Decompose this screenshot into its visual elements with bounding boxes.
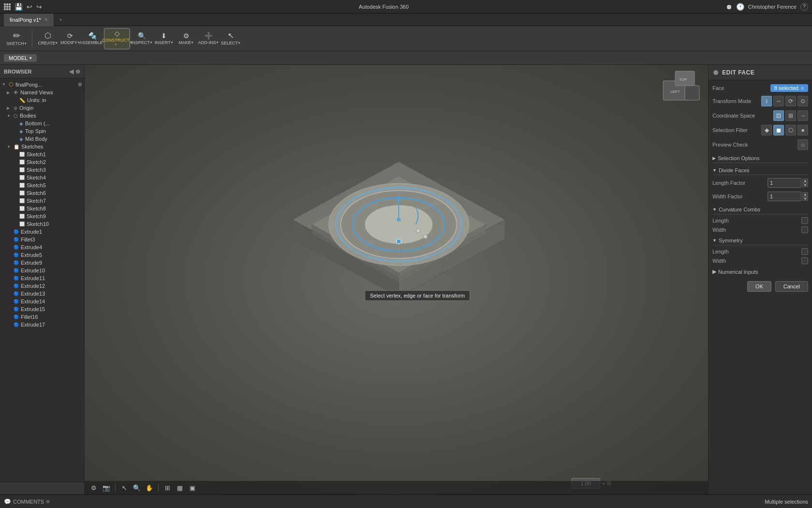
toolbar-make-label: MAKE▾ (179, 40, 194, 45)
sym-length-checkbox[interactable] (801, 248, 808, 255)
toolbar-create-btn[interactable]: ⬡ CREATE▾ (37, 28, 58, 49)
tree-item[interactable]: 🔵Extrude5 (0, 251, 84, 259)
viewport[interactable]: LEFT TOP Select vertex, edge or face for… (85, 65, 708, 494)
transform-mode-icon-4[interactable]: ⊙ (798, 96, 808, 106)
sel-filter-icon-1[interactable]: ◆ (761, 125, 772, 135)
comments-button[interactable]: 💬 COMMENTS ⊕ (4, 498, 50, 505)
curvature-combs-header[interactable]: ▼ Curvature Combs (712, 205, 808, 214)
length-factor-up[interactable]: ▲ (802, 179, 808, 183)
tree-item[interactable]: 🔵Extrude11 (0, 274, 84, 282)
tree-item[interactable]: ▼⬡finalPong...⚙ (0, 80, 84, 89)
sel-filter-icon-4[interactable]: ● (798, 125, 808, 135)
ok-button[interactable]: OK (747, 281, 771, 292)
length-factor-field[interactable] (768, 178, 801, 188)
tree-item[interactable]: 🔵Extrude14 (0, 298, 84, 305)
tree-item[interactable]: ⬜Sketch8 (0, 205, 84, 212)
face-clear-icon[interactable]: ✕ (800, 86, 804, 91)
vp-display1-icon[interactable]: ▦ (174, 482, 185, 493)
width-factor-field[interactable] (768, 192, 801, 201)
mode-model-btn[interactable]: MODEL ▾ (4, 54, 37, 62)
tab-close-icon[interactable]: ✕ (44, 17, 48, 22)
redo-icon[interactable]: ↪ (36, 3, 42, 11)
sel-filter-icon-2[interactable]: ◼ (773, 125, 784, 135)
length-factor-down[interactable]: ▼ (802, 183, 808, 187)
tree-item[interactable]: ⬜Sketch2 (0, 158, 84, 166)
record-icon[interactable]: ⏺ (725, 3, 732, 11)
tree-item[interactable]: ⬜Sketch10 (0, 220, 84, 228)
cancel-button[interactable]: Cancel (775, 281, 808, 292)
tree-item[interactable]: ⬜Sketch1 (0, 150, 84, 158)
sel-filter-icon-3[interactable]: ⬡ (785, 125, 796, 135)
toolbar-construct-btn[interactable]: ◇ CONSTRUCT *▾ (104, 28, 130, 49)
tree-item[interactable]: 🔵Extrude9 (0, 259, 84, 267)
toolbar-modify-btn[interactable]: ⟳ MODIFY▾ (59, 28, 81, 49)
tree-item[interactable]: ◈Bottom (... (0, 120, 84, 127)
tree-item[interactable]: ▶⊕Origin (0, 104, 84, 112)
tab-finalpong[interactable]: finalPong v1* ✕ (4, 14, 54, 26)
vp-pointer-icon[interactable]: ↖ (119, 482, 130, 493)
curvature-width-checkbox[interactable] (801, 226, 808, 233)
tree-item[interactable]: ▼📋Sketches (0, 143, 84, 150)
width-factor-up[interactable]: ▲ (802, 192, 808, 196)
toolbar-make-btn[interactable]: ⚙ MAKE▾ (175, 28, 197, 49)
tree-gear-icon[interactable]: ⚙ (78, 82, 82, 87)
tree-item[interactable]: 📏Units: in (0, 96, 84, 104)
undo-icon[interactable]: ↩ (27, 3, 32, 11)
tree-item[interactable]: ▼⬡Bodies (0, 112, 84, 120)
vp-camera-icon[interactable]: 📷 (101, 482, 112, 493)
help-icon[interactable]: ? (800, 3, 808, 11)
symmetry-header[interactable]: ▼ Symmetry (712, 236, 808, 245)
tree-item[interactable]: ⬜Sketch3 (0, 166, 84, 174)
coord-icon-1[interactable]: ⊡ (773, 110, 784, 121)
divide-faces-header[interactable]: ▼ Divide Faces (712, 166, 808, 175)
transform-mode-icon-3[interactable]: ⟳ (785, 96, 796, 106)
toolbar-select-btn[interactable]: ↖ SELECT▾ (220, 28, 241, 49)
selection-options-header[interactable]: ▶ Selection Options (712, 154, 808, 163)
sidebar-options-icon[interactable]: ⊕ (75, 68, 80, 75)
sidebar-collapse-icon[interactable]: ◀ (69, 68, 73, 75)
transform-mode-icon-1[interactable]: ↕ (761, 96, 772, 106)
tree-item[interactable]: 🔵Extrude15 (0, 305, 84, 313)
clock-icon[interactable]: 🕐 (736, 3, 744, 11)
toolbar-sketch-btn[interactable]: ✏ SKETCH▾ (6, 28, 27, 49)
tree-item[interactable]: ⬜Sketch6 (0, 189, 84, 197)
tree-item[interactable]: 🔵Fillet16 (0, 313, 84, 321)
curvature-length-checkbox[interactable] (801, 217, 808, 224)
toolbar-addins-btn[interactable]: ➕ ADD-INS▾ (198, 28, 219, 49)
toolbar-select-label: SELECT▾ (221, 41, 240, 45)
vp-grid-icon[interactable]: ⊞ (162, 482, 173, 493)
tree-item[interactable]: ◈Top Spin (0, 127, 84, 135)
tree-item[interactable]: 🔵Fillet3 (0, 236, 84, 243)
coord-icon-2[interactable]: ⊞ (785, 110, 796, 121)
comments-expand-icon[interactable]: ⊕ (46, 499, 50, 504)
tree-item[interactable]: ⬜Sketch4 (0, 174, 84, 181)
sym-width-checkbox[interactable] (801, 257, 808, 264)
tree-item[interactable]: 🔵Extrude17 (0, 321, 84, 329)
save-icon[interactable]: 💾 (14, 3, 23, 11)
vp-display2-icon[interactable]: ▣ (187, 482, 198, 493)
tree-item[interactable]: 🔵Extrude4 (0, 243, 84, 251)
tab-add-icon[interactable]: ＋ (58, 16, 63, 23)
tree-item[interactable]: 🔵Extrude10 (0, 267, 84, 274)
app-grid-icon[interactable] (4, 3, 11, 10)
coord-icon-3[interactable]: → (798, 110, 808, 121)
toolbar-insert-btn[interactable]: ⬇ INSERT▾ (153, 28, 174, 49)
toolbar-assemble-btn[interactable]: 🔩 ASSEMBLE▾ (82, 28, 103, 49)
tree-item[interactable]: 🔵Extrude1 (0, 228, 84, 236)
width-factor-down[interactable]: ▼ (802, 196, 808, 201)
nav-cube[interactable]: LEFT TOP (661, 69, 704, 112)
tree-item[interactable]: 🔵Extrude12 (0, 282, 84, 290)
vp-settings-icon[interactable]: ⚙ (88, 482, 99, 493)
tree-item[interactable]: ▶👁Named Views (0, 89, 84, 96)
tree-item[interactable]: 🔵Extrude13 (0, 290, 84, 298)
vp-pan-icon[interactable]: ✋ (144, 482, 155, 493)
numerical-inputs-header[interactable]: ▶ Numerical Inputs (712, 267, 808, 276)
tree-item[interactable]: ⬜Sketch7 (0, 197, 84, 205)
toolbar-inspect-btn[interactable]: 🔍 INSPECT▾ (131, 28, 152, 49)
tree-item[interactable]: ◈Mid Body (0, 135, 84, 143)
preview-icon[interactable]: ⌂ (798, 139, 808, 150)
vp-zoom-icon[interactable]: 🔍 (131, 482, 142, 493)
tree-item[interactable]: ⬜Sketch5 (0, 181, 84, 189)
transform-mode-icon-2[interactable]: ↔ (773, 96, 784, 106)
tree-item[interactable]: ⬜Sketch9 (0, 212, 84, 220)
